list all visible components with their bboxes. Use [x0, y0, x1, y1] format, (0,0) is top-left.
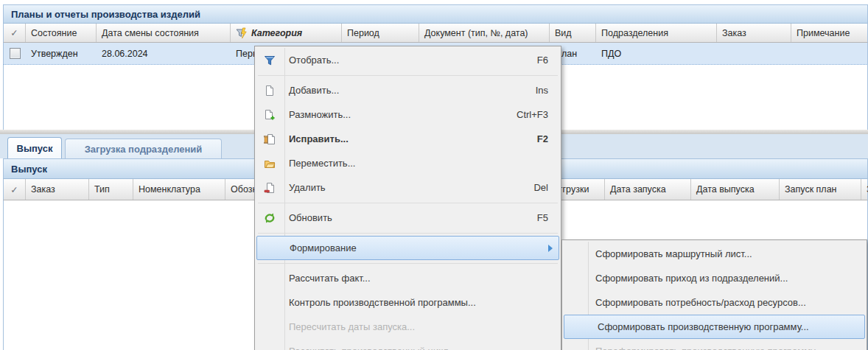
column-header-note[interactable]: Примечание	[791, 24, 868, 42]
menu-item-delete[interactable]: Удалить Del	[255, 175, 561, 200]
new-document-icon	[263, 84, 276, 97]
plans-panel-title: Планы и отчеты производства изделий	[11, 9, 200, 20]
column-header-launch-date[interactable]: Дата запуска	[605, 179, 691, 200]
submenu-item-income-from-departments[interactable]: Сформировать приход из подразделений...	[562, 266, 867, 290]
delete-document-icon	[263, 181, 276, 195]
column-header-check[interactable]: ✓	[4, 24, 26, 42]
menu-item-calc-production-cycle: Рассчитать производственный цикл...	[255, 339, 561, 350]
app-root: Планы и отчеты производства изделий ✓ Со…	[0, 0, 868, 350]
filter-lightning-icon	[236, 27, 248, 39]
vypusk-panel-title: Выпуск	[11, 164, 47, 175]
submenu-item-reform-production-program: Переформировать производственную програм…	[562, 339, 867, 350]
column-header-document[interactable]: Документ (тип, №, дата)	[419, 24, 550, 42]
column-header-order[interactable]: Заказ	[717, 24, 791, 42]
menu-separator	[255, 230, 561, 236]
cell-department: ПДО	[596, 43, 722, 64]
submenu-item-need-resources[interactable]: Сформировать потребность/расход ресурсов…	[562, 290, 867, 315]
menu-separator	[255, 260, 561, 266]
submenu-item-production-program[interactable]: Сформировать производственную программу.…	[564, 315, 865, 339]
menu-item-filter[interactable]: Отобрать... F6	[255, 48, 561, 72]
menu-item-control-program[interactable]: Контроль производственной программы...	[255, 290, 561, 315]
menu-separator	[255, 200, 561, 206]
tab-zagruzka-label: Загрузка подразделений	[85, 144, 203, 155]
filter-icon	[263, 54, 276, 67]
column-header-order2[interactable]: Заказ	[26, 179, 89, 200]
column-header-release-date[interactable]: Дата выпуска	[691, 179, 780, 200]
menu-item-move[interactable]: Переместить...	[255, 151, 561, 175]
menu-item-refresh[interactable]: Обновить F5	[255, 206, 561, 230]
refresh-icon	[263, 211, 276, 225]
plans-panel-header: Планы и отчеты производства изделий	[3, 4, 868, 24]
tab-zagruzka-podrazdeleniy[interactable]: Загрузка подразделений	[65, 139, 222, 158]
menu-item-edit[interactable]: Исправить... F2	[255, 127, 561, 151]
copy-document-icon	[263, 108, 276, 122]
menu-separator	[255, 72, 561, 78]
tab-vypusk[interactable]: Выпуск	[7, 137, 62, 158]
tab-vypusk-label: Выпуск	[17, 143, 53, 154]
cell-state-date: 28.06.2024	[97, 43, 236, 64]
move-folder-icon	[263, 157, 276, 170]
column-header-category[interactable]: Категория	[231, 24, 342, 42]
column-header-period[interactable]: Период	[342, 24, 419, 42]
column-header-launch-plan[interactable]: Запуск план	[780, 179, 861, 200]
column-header-category-label: Категория	[251, 28, 302, 38]
column-header-kind[interactable]: Вид	[550, 24, 596, 42]
column-header-type[interactable]: Тип	[89, 179, 133, 200]
column-header-check2[interactable]: ✓	[4, 179, 26, 200]
column-header-launch-fact[interactable]: Запуск факт	[861, 179, 868, 200]
menu-item-calc-fact[interactable]: Рассчитать факт...	[255, 266, 561, 290]
column-header-state-date[interactable]: Дата смены состояния	[97, 24, 231, 42]
column-header-state[interactable]: Состояние	[26, 24, 97, 42]
edit-document-icon	[263, 133, 276, 146]
plans-table-header: ✓ Состояние Дата смены состояния Категор…	[3, 24, 868, 43]
context-menu: Отобрать... F6 Добавить... Ins	[254, 46, 561, 350]
menu-item-forming[interactable]: Формирование	[256, 236, 559, 260]
menu-item-add[interactable]: Добавить... Ins	[255, 78, 561, 102]
column-header-departments[interactable]: Подразделения	[596, 24, 717, 42]
submenu-item-route-list[interactable]: Сформировать маршрутный лист...	[562, 242, 867, 266]
menu-item-recalc-launch-dates: Пересчитать даты запуска...	[255, 315, 561, 339]
cell-state: Утвержден	[26, 43, 102, 64]
menu-item-copy[interactable]: Размножить... Ctrl+F3	[255, 102, 561, 127]
submenu-arrow-icon	[548, 245, 553, 252]
row-checkbox[interactable]	[10, 48, 21, 59]
column-header-nomenclature[interactable]: Номенклатура	[133, 179, 225, 200]
forming-submenu: Сформировать маршрутный лист... Сформиро…	[561, 239, 867, 350]
